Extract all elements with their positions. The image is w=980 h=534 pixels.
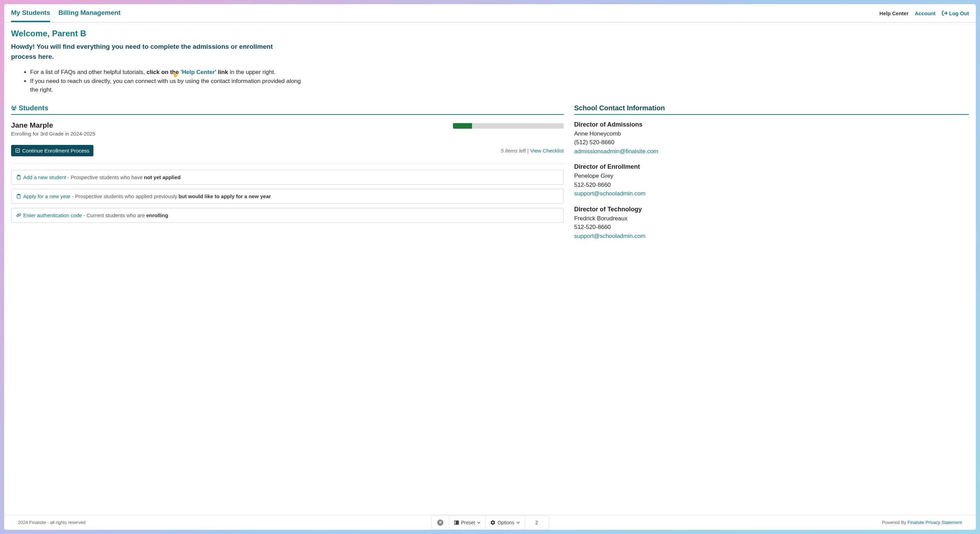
footer-toolbar: ✕ Preset Options 2 [431,515,549,530]
layout-icon [454,520,459,525]
contact-email-link[interactable]: support@schooladmin.com [574,232,969,241]
bullet-item: If you need to reach us directly, you ca… [30,77,305,94]
gear-icon [491,520,496,525]
contact-phone: 512-520-8660 [574,223,969,232]
finalsite-link[interactable]: Finalsite [907,520,924,525]
contact-block: Director of Admissions Anne Honeycomb (5… [574,121,969,156]
chevron-down-icon [477,520,480,525]
welcome-subtitle: Howdy! You will find everything you need… [11,42,288,62]
contact-block: Director of Enrollment Penelope Grey 512… [574,163,969,198]
clipboard-icon [16,175,21,180]
progress-bar [453,123,564,129]
chevron-down-icon [516,520,520,525]
contact-name: Penelope Grey [574,172,969,181]
toolbar-count[interactable]: 2 [525,516,549,529]
footer-powered: Powered By Finalsite Privacy Statement [882,520,962,525]
contact-heading: School Contact Information [574,104,969,115]
contact-phone: (512) 520-8660 [574,138,969,147]
toolbar-options-button[interactable]: Options [486,516,525,529]
apply-new-year-link[interactable]: Apply for a new year [23,193,71,199]
add-student-link[interactable]: Add a new student [23,174,66,180]
bullet-item: For a list of FAQs and other helpful tut… [30,68,305,77]
tab-billing-management[interactable]: Billing Management [59,4,121,22]
toolbar-close-button[interactable]: ✕ [431,516,449,529]
add-student-box[interactable]: Add a new student - Prospective students… [11,170,564,185]
auth-code-box[interactable]: Enter authentication code - Current stud… [11,208,564,223]
welcome-bullets: For a list of FAQs and other helpful tut… [11,68,305,94]
tab-my-students[interactable]: My Students [11,4,50,22]
contact-name: Anne Honeycomb [574,129,969,138]
privacy-link[interactable]: Privacy Statement [926,520,963,525]
contact-name: Fredrick Borudreaux [574,214,969,223]
welcome-title: Welcome, Parent B [11,29,969,38]
view-checklist-link[interactable]: View Checklist [530,148,564,154]
logout-label: Log Out [949,10,969,16]
student-name: Jane Marple [11,121,95,129]
contact-title: Director of Admissions [574,121,969,128]
progress-fill [453,123,472,129]
check-square-icon [15,148,20,153]
help-center-inline-link[interactable]: 'Help Center' [181,69,216,75]
contact-email-link[interactable]: support@schooladmin.com [574,189,969,198]
apply-new-year-box[interactable]: Apply for a new year - Prospective stude… [11,189,564,204]
contact-block: Director of Technology Fredrick Borudrea… [574,206,969,241]
divider [11,163,564,164]
clipboard-icon [16,194,21,199]
close-icon: ✕ [437,520,443,526]
top-nav: My Students Billing Management Help Cent… [4,4,976,22]
logout-icon [942,10,947,16]
contact-title: Director of Enrollment [574,163,969,170]
toolbar-preset-button[interactable]: Preset [449,516,485,529]
nav-right: Help Center Account Log Out [879,10,969,16]
auth-code-link[interactable]: Enter authentication code [23,212,82,218]
help-center-link[interactable]: Help Center [879,10,908,16]
logout-link[interactable]: Log Out [942,10,969,16]
contact-title: Director of Technology [574,206,969,213]
students-heading: Students [11,104,564,115]
continue-enrollment-button[interactable]: Continue Enrollment Process [11,145,94,156]
link-icon [16,213,21,218]
items-left: 5 items left [501,148,526,154]
footer-copyright: 2024 Finalsite - all rights reserved [18,520,86,525]
contact-phone: 512-520-8660 [574,181,969,189]
student-status: Enrolling for 3rd Grade in 2024-2025 [11,131,95,137]
users-icon [11,105,17,111]
contact-email-link[interactable]: admissionsadmin@finalsite.com [574,147,969,156]
account-link[interactable]: Account [915,10,936,16]
nav-tabs: My Students Billing Management [11,4,121,22]
footer: 2024 Finalsite - all rights reserved ✕ P… [4,515,976,530]
checklist-status: 5 items left | View Checklist [501,148,564,154]
